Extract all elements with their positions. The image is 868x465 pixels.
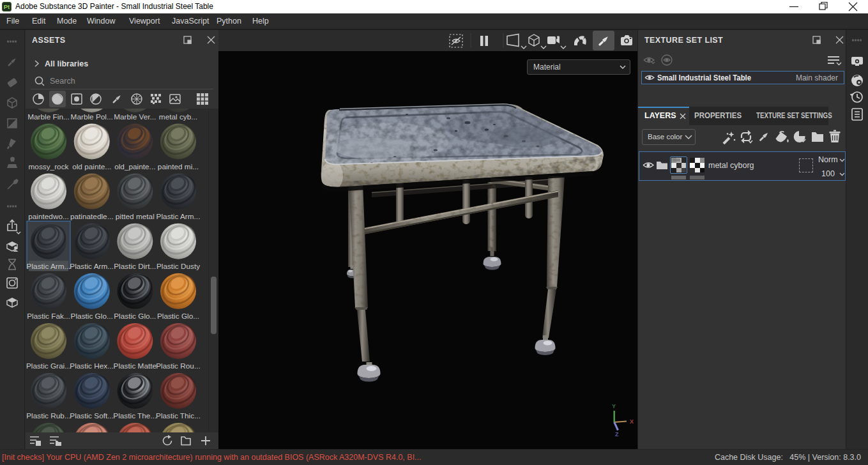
svg-text:X: X — [630, 418, 634, 425]
svg-text:Plastic Rou...: Plastic Rou... — [156, 362, 201, 370]
svg-text:Plastic Arm...: Plastic Arm... — [27, 262, 71, 271]
svg-text:Plastic Glo...: Plastic Glo... — [71, 312, 113, 321]
svg-text:Plastic Fak...: Plastic Fak... — [27, 312, 70, 321]
svg-text:Marble Ver...: Marble Ver... — [114, 112, 156, 121]
svg-text:Plastic Soft...: Plastic Soft... — [70, 411, 114, 420]
svg-text:old_painte...: old_painte... — [114, 162, 155, 171]
svg-text:Plastic Glo...: Plastic Glo... — [114, 312, 156, 321]
svg-text:Plastic Arm...: Plastic Arm... — [156, 212, 201, 221]
svg-text:All libraries: All libraries — [45, 59, 88, 68]
svg-text:old painte...: old painte... — [72, 162, 111, 171]
svg-text:Plastic Dusty: Plastic Dusty — [156, 262, 200, 271]
svg-text:mossy_rock: mossy_rock — [29, 162, 69, 171]
svg-text:painted mi...: painted mi... — [158, 162, 199, 171]
svg-text:Plastic Hex...: Plastic Hex... — [70, 362, 114, 370]
svg-text:pitted metal: pitted metal — [116, 212, 155, 221]
svg-text:Plastic Glo...: Plastic Glo... — [157, 312, 199, 321]
svg-text:Z: Z — [615, 431, 619, 438]
svg-text:Plastic Thic...: Plastic Thic... — [156, 411, 201, 420]
svg-text:Plastic Arm...: Plastic Arm... — [70, 262, 114, 271]
svg-text:Plastic Dirt...: Plastic Dirt... — [114, 262, 156, 271]
svg-text:Plastic The...: Plastic The... — [113, 411, 156, 420]
svg-text:Plastic Grai...: Plastic Grai... — [26, 362, 71, 370]
svg-text:metal cyb...: metal cyb... — [159, 112, 197, 121]
svg-text:paintedwo...: paintedwo... — [28, 212, 69, 221]
svg-text:Marble Fin...: Marble Fin... — [27, 112, 70, 121]
svg-text:Y: Y — [612, 403, 616, 409]
svg-text:Plastic Rub...: Plastic Rub... — [26, 411, 71, 420]
svg-text:Plastic Matte: Plastic Matte — [114, 362, 157, 370]
svg-text:patinatedle...: patinatedle... — [70, 212, 114, 221]
svg-text:Marble Pol...: Marble Pol... — [71, 112, 113, 121]
svg-text:Search: Search — [50, 77, 75, 86]
